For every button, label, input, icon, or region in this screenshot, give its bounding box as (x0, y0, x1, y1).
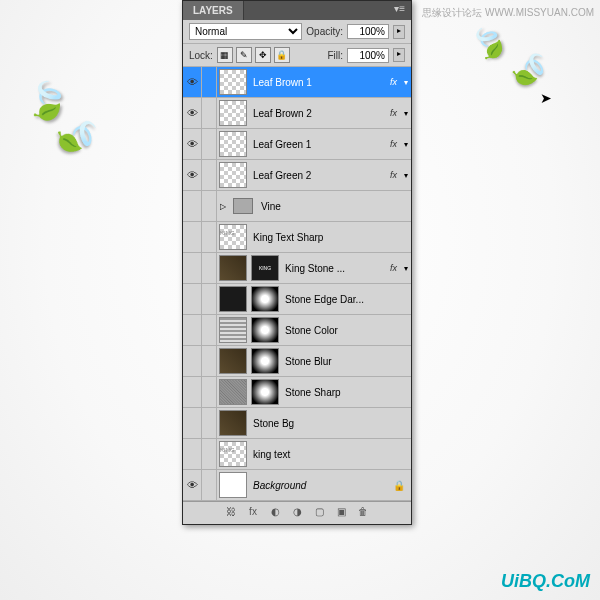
fx-badge[interactable]: fx (390, 108, 401, 118)
layer-name[interactable]: Leaf Green 1 (249, 139, 390, 150)
layer-row[interactable]: 👁Leaf Brown 1fx▾ (183, 67, 411, 98)
fx-badge[interactable]: fx (390, 263, 401, 273)
mask-thumbnail[interactable] (251, 286, 279, 312)
visibility-icon[interactable] (183, 346, 202, 376)
layer-thumbnail[interactable] (219, 348, 247, 374)
visibility-icon[interactable] (183, 408, 202, 438)
visibility-icon[interactable]: 👁 (183, 129, 202, 159)
lock-position-icon[interactable]: ✥ (255, 47, 271, 63)
layer-name[interactable]: King Stone ... (281, 263, 390, 274)
layer-name[interactable]: King Text Sharp (249, 232, 411, 243)
link-layers-icon[interactable]: ⛓ (223, 506, 239, 520)
layer-name[interactable]: Leaf Green 2 (249, 170, 390, 181)
layer-row[interactable]: 👁Leaf Green 1fx▾ (183, 129, 411, 160)
visibility-icon[interactable]: 👁 (183, 470, 202, 500)
layer-row[interactable]: 👁Background🔒 (183, 470, 411, 501)
layer-row[interactable]: Stone Blur (183, 346, 411, 377)
layer-row[interactable]: Stone Bg (183, 408, 411, 439)
expand-icon[interactable]: ▷ (217, 202, 229, 211)
layer-name[interactable]: Vine (257, 201, 411, 212)
fx-icon[interactable]: fx (245, 506, 261, 520)
visibility-icon[interactable] (183, 284, 202, 314)
link-cell[interactable] (202, 191, 217, 221)
fx-expand-icon[interactable]: ▾ (401, 109, 411, 118)
blend-mode-select[interactable]: Normal (189, 23, 302, 40)
layer-thumbnail[interactable]: KING (219, 224, 247, 250)
fx-badge[interactable]: fx (390, 139, 401, 149)
lock-pixels-icon[interactable]: ✎ (236, 47, 252, 63)
link-cell[interactable] (202, 98, 217, 128)
fx-badge[interactable]: fx (390, 170, 401, 180)
layer-row[interactable]: ▷Vine (183, 191, 411, 222)
layer-thumbnail[interactable] (219, 162, 247, 188)
link-cell[interactable] (202, 284, 217, 314)
mask-thumbnail[interactable] (251, 348, 279, 374)
layer-thumbnail[interactable] (219, 131, 247, 157)
layer-thumbnail[interactable] (219, 379, 247, 405)
link-cell[interactable] (202, 346, 217, 376)
layer-row[interactable]: Stone Edge Dar... (183, 284, 411, 315)
layer-name[interactable]: Stone Color (281, 325, 411, 336)
opacity-flyout-icon[interactable]: ▸ (393, 25, 405, 39)
layer-name[interactable]: Leaf Brown 1 (249, 77, 390, 88)
lock-transparency-icon[interactable]: ▦ (217, 47, 233, 63)
visibility-icon[interactable] (183, 439, 202, 469)
layer-name[interactable]: Stone Sharp (281, 387, 411, 398)
layer-row[interactable]: KINGKing Stone ...fx▾ (183, 253, 411, 284)
layer-name[interactable]: king text (249, 449, 411, 460)
layer-name[interactable]: Background (249, 480, 393, 491)
visibility-icon[interactable]: 👁 (183, 98, 202, 128)
layer-row[interactable]: 👁Leaf Brown 2fx▾ (183, 98, 411, 129)
fx-expand-icon[interactable]: ▾ (401, 140, 411, 149)
link-cell[interactable] (202, 253, 217, 283)
layer-name[interactable]: Leaf Brown 2 (249, 108, 390, 119)
visibility-icon[interactable]: 👁 (183, 160, 202, 190)
new-layer-icon[interactable]: ▣ (333, 506, 349, 520)
layer-name[interactable]: Stone Edge Dar... (281, 294, 411, 305)
delete-icon[interactable]: 🗑 (355, 506, 371, 520)
opacity-field[interactable]: 100% (347, 24, 389, 39)
link-cell[interactable] (202, 67, 217, 97)
lock-all-icon[interactable]: 🔒 (274, 47, 290, 63)
layer-thumbnail[interactable]: KING (219, 441, 247, 467)
layer-row[interactable]: KINGking text (183, 439, 411, 470)
layers-tab[interactable]: LAYERS (183, 1, 244, 20)
visibility-icon[interactable] (183, 377, 202, 407)
link-cell[interactable] (202, 408, 217, 438)
layer-thumbnail[interactable] (219, 255, 247, 281)
link-cell[interactable] (202, 129, 217, 159)
fill-flyout-icon[interactable]: ▸ (393, 48, 405, 62)
link-cell[interactable] (202, 439, 217, 469)
link-cell[interactable] (202, 315, 217, 345)
layer-name[interactable]: Stone Blur (281, 356, 411, 367)
mask-icon[interactable]: ◐ (267, 506, 283, 520)
visibility-icon[interactable] (183, 222, 202, 252)
layer-thumbnail[interactable] (219, 317, 247, 343)
mask-thumbnail[interactable] (251, 379, 279, 405)
panel-menu-icon[interactable]: ▾≡ (388, 1, 411, 20)
link-cell[interactable] (202, 470, 217, 500)
fx-expand-icon[interactable]: ▾ (401, 78, 411, 87)
layer-row[interactable]: KINGKing Text Sharp (183, 222, 411, 253)
layer-name[interactable]: Stone Bg (249, 418, 411, 429)
layer-row[interactable]: 👁Leaf Green 2fx▾ (183, 160, 411, 191)
group-icon[interactable]: ▢ (311, 506, 327, 520)
layer-thumbnail[interactable] (219, 286, 247, 312)
layer-thumbnail[interactable] (219, 69, 247, 95)
fx-expand-icon[interactable]: ▾ (401, 264, 411, 273)
layer-row[interactable]: Stone Sharp (183, 377, 411, 408)
fx-badge[interactable]: fx (390, 77, 401, 87)
link-cell[interactable] (202, 377, 217, 407)
mask-thumbnail[interactable]: KING (251, 255, 279, 281)
visibility-icon[interactable] (183, 315, 202, 345)
visibility-icon[interactable] (183, 191, 202, 221)
layer-row[interactable]: Stone Color (183, 315, 411, 346)
visibility-icon[interactable]: 👁 (183, 67, 202, 97)
adjustment-icon[interactable]: ◑ (289, 506, 305, 520)
mask-thumbnail[interactable] (251, 317, 279, 343)
layer-thumbnail[interactable] (219, 100, 247, 126)
layer-thumbnail[interactable] (219, 472, 247, 498)
fill-field[interactable]: 100% (347, 48, 389, 63)
link-cell[interactable] (202, 222, 217, 252)
visibility-icon[interactable] (183, 253, 202, 283)
